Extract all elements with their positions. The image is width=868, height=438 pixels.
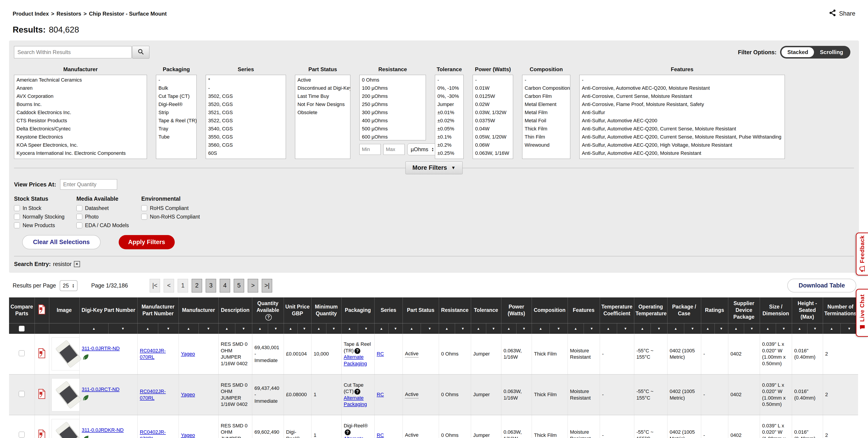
- filter-option[interactable]: 3520, CGS: [206, 100, 286, 108]
- checkbox[interactable]: [76, 214, 82, 220]
- filter-option[interactable]: 0.04W: [473, 125, 513, 133]
- search-within-results-input[interactable]: [14, 46, 131, 58]
- filter-option[interactable]: *: [206, 76, 286, 84]
- filter-listbox[interactable]: 0 Ohms100 µOhms200 µOhms250 µOhms300 µOh…: [360, 75, 426, 140]
- compare-checkbox[interactable]: [19, 432, 25, 438]
- resistance-max-input[interactable]: [383, 144, 405, 155]
- filter-option[interactable]: Tube: [156, 133, 196, 141]
- sort-ascending-button[interactable]: ▲: [138, 323, 158, 334]
- filter-option[interactable]: ±0.02%: [435, 117, 463, 125]
- filter-option[interactable]: Carbon Film: [522, 92, 570, 100]
- filter-option[interactable]: Jumper: [435, 100, 463, 108]
- col-header-series[interactable]: Series: [374, 298, 403, 323]
- col-header-height-seated-max-[interactable]: Height - Seated (Max): [792, 298, 823, 323]
- sort-ascending-button[interactable]: ▲: [532, 323, 550, 334]
- sort-descending-button[interactable]: ▼: [235, 323, 252, 334]
- breadcrumb-item[interactable]: Chip Resistor - Surface Mount: [89, 11, 166, 17]
- filter-option[interactable]: Obsolete: [295, 108, 350, 117]
- filter-option[interactable]: 0 Ohms: [360, 76, 426, 84]
- sort-descending-button[interactable]: ▼: [744, 323, 760, 334]
- col-header-temperature-coefficient[interactable]: Temperature Coefficient: [600, 298, 634, 323]
- sort-ascending-button[interactable]: ▲: [439, 323, 455, 334]
- help-icon[interactable]: ?: [345, 430, 350, 435]
- filter-option[interactable]: Thick Film: [522, 125, 570, 133]
- sort-ascending-button[interactable]: ▲: [568, 323, 584, 334]
- filter-option[interactable]: Cut Tape (CT): [156, 92, 196, 100]
- checkbox[interactable]: [14, 205, 20, 211]
- sort-ascending-button[interactable]: ▲: [311, 323, 327, 334]
- pager-next[interactable]: >: [248, 279, 258, 292]
- filter-option[interactable]: Metal Foil: [522, 117, 570, 125]
- filter-option[interactable]: Caddock Electronics Inc.: [14, 108, 147, 117]
- filter-option[interactable]: AVX Corporation: [14, 92, 147, 100]
- live-chat-tab[interactable]: Live Chat: [856, 289, 868, 337]
- col-header-package-case[interactable]: Package / Case: [667, 298, 701, 323]
- sort-descending-button[interactable]: ▼: [298, 323, 311, 334]
- filter-option[interactable]: Anti-Sulfur, Automotive AEC-Q200, High V…: [580, 141, 784, 149]
- col-header-ratings[interactable]: Ratings: [701, 298, 728, 323]
- filter-option[interactable]: 0.06W: [473, 141, 513, 149]
- col-header-size-dimension[interactable]: Size / Dimension: [760, 298, 792, 323]
- col-header-quantity-available[interactable]: Quantity Available?: [252, 298, 284, 323]
- col-header-power-watts-[interactable]: Power (Watts): [501, 298, 532, 323]
- col-header-packaging[interactable]: Packaging: [341, 298, 374, 323]
- col-header-part-status[interactable]: Part Status: [403, 298, 439, 323]
- filter-option[interactable]: Metal Element: [522, 100, 570, 108]
- col-header-digi-key-part-number[interactable]: Digi-Key Part Number: [79, 298, 137, 323]
- sort-descending-button[interactable]: ▼: [421, 323, 439, 334]
- filter-option[interactable]: 3522, CGS: [206, 117, 286, 125]
- filter-listbox[interactable]: -Carbon CompositionCarbon FilmMetal Elem…: [522, 75, 570, 159]
- filter-option[interactable]: Tape & Reel (TR): [156, 117, 196, 125]
- filter-option[interactable]: 250 µOhms: [360, 100, 426, 108]
- filter-option[interactable]: 0%, -30%: [435, 92, 463, 100]
- filter-option[interactable]: CTS Resistor Products: [14, 117, 147, 125]
- filter-option[interactable]: Anaren: [14, 84, 147, 92]
- manufacturer-part-number-link[interactable]: RC0402JR-070RL: [140, 388, 166, 401]
- sort-ascending-button[interactable]: ▲: [792, 323, 808, 334]
- sort-descending-button[interactable]: ▼: [455, 323, 471, 334]
- alternate-packaging-link[interactable]: Alternate Packaging: [344, 436, 367, 438]
- sort-descending-button[interactable]: ▼: [517, 323, 532, 334]
- filter-listbox[interactable]: -0%, -10%0%, -30%Jumper±0.01%±0.02%±0.05…: [435, 75, 464, 159]
- breadcrumb-item[interactable]: Product Index: [13, 11, 49, 17]
- filter-listbox[interactable]: *-3502, CGS3520, CGS3521, CGS3522, CGS35…: [206, 75, 286, 159]
- filter-option[interactable]: 60S: [206, 149, 286, 157]
- filter-option[interactable]: Anti-Corrosive, Automotive AEC-Q200, Moi…: [580, 84, 784, 92]
- sort-ascending-button[interactable]: ▲: [760, 323, 776, 334]
- filter-option[interactable]: Anti-Sulfur, Automotive AEC-Q200, Curren…: [580, 125, 784, 133]
- filter-option[interactable]: 3521, CGS: [206, 108, 286, 117]
- filter-option[interactable]: Discontinued at Digi-Key: [295, 84, 350, 92]
- filter-option[interactable]: ±0.05%: [435, 125, 463, 133]
- checkbox[interactable]: [141, 214, 147, 220]
- col-header-minimum-quantity[interactable]: Minimum Quantity: [311, 298, 341, 323]
- filter-option[interactable]: 3560, CGS: [206, 141, 286, 149]
- sort-descending-button[interactable]: ▼: [486, 323, 501, 334]
- filter-option[interactable]: ±0.2%: [435, 141, 463, 149]
- select-all-checkbox[interactable]: [19, 326, 25, 332]
- download-table-button[interactable]: Download Table: [787, 279, 856, 292]
- series-link[interactable]: RC: [377, 351, 384, 357]
- sort-ascending-button[interactable]: ▲: [668, 323, 684, 334]
- sort-ascending-button[interactable]: ▲: [600, 323, 617, 334]
- filter-listbox[interactable]: -Anti-Corrosive, Automotive AEC-Q200, Mo…: [579, 75, 785, 159]
- filter-option[interactable]: Anti-Sulfur, Automotive AEC-Q200: [580, 117, 784, 125]
- digikey-part-number-link[interactable]: 311-0.0JRCT-ND: [82, 386, 120, 392]
- sort-ascending-button[interactable]: ▲: [471, 323, 486, 334]
- help-icon[interactable]: ?: [354, 389, 360, 395]
- filter-option[interactable]: 300 µOhms: [360, 108, 426, 117]
- compare-checkbox[interactable]: [19, 391, 25, 397]
- sort-ascending-button[interactable]: ▲: [219, 323, 236, 334]
- filter-option[interactable]: KOA Speer Electronics, Inc.: [14, 141, 147, 149]
- checkbox[interactable]: [76, 205, 82, 211]
- filter-option[interactable]: 0.01W: [473, 84, 513, 92]
- filter-option[interactable]: 200 µOhms: [360, 92, 426, 100]
- sort-descending-button[interactable]: ▼: [807, 323, 823, 334]
- filter-option[interactable]: Anti-Sulfur: [580, 108, 784, 117]
- checkbox[interactable]: [14, 222, 20, 228]
- sort-descending-button[interactable]: ▼: [327, 323, 341, 334]
- col-header-composition[interactable]: Composition: [532, 298, 567, 323]
- filter-option[interactable]: Delta Electronics/Cyntec: [14, 125, 147, 133]
- filter-option[interactable]: 0.03W, 1/32W: [473, 108, 513, 117]
- filter-option[interactable]: Not For New Designs: [295, 100, 350, 108]
- product-image[interactable]: [52, 378, 86, 411]
